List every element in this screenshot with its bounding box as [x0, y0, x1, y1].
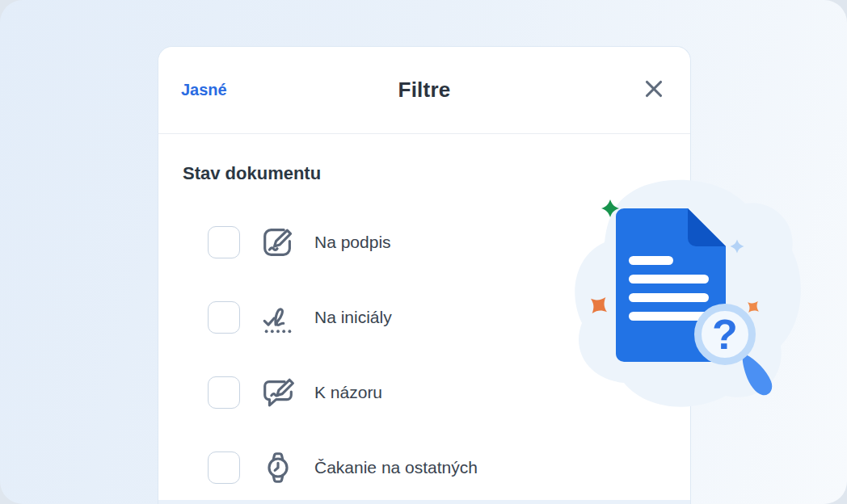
close-x-icon	[643, 78, 664, 102]
filter-row-na-inicialy[interactable]: Na iniciály	[183, 301, 666, 334]
filter-panel-header: Jasné Filtre	[158, 47, 690, 134]
filter-label: Čakanie na ostatných	[314, 458, 478, 477]
filter-rows: Na podpis	[183, 226, 666, 484]
initials-signature-icon	[259, 299, 297, 336]
filter-screen: Jasné Filtre Stav dokumentu	[0, 0, 847, 504]
comment-pen-icon	[259, 374, 297, 411]
section-title: Stav dokumentu	[183, 163, 666, 184]
svg-text:?: ?	[712, 311, 738, 358]
magnifier-handle	[743, 354, 773, 395]
sparkle-blue-icon	[731, 240, 744, 254]
filter-panel: Jasné Filtre Stav dokumentu	[158, 46, 691, 504]
next-section-divider	[158, 500, 690, 504]
close-button[interactable]	[640, 77, 668, 104]
filter-row-k-nazoru[interactable]: K názoru	[183, 376, 666, 409]
filter-label: Na podpis	[314, 233, 391, 252]
sign-document-icon	[259, 224, 297, 261]
panel-title: Filtre	[158, 78, 690, 103]
checkbox-k-nazoru[interactable]	[208, 376, 240, 409]
checkbox-cakanie[interactable]	[208, 452, 240, 484]
filter-row-na-podpis[interactable]: Na podpis	[183, 226, 666, 258]
filter-label: Na iniciály	[314, 308, 392, 327]
checkbox-na-podpis[interactable]	[208, 226, 240, 258]
filter-label: K názoru	[314, 383, 382, 402]
magnifier-question-icon: ?	[698, 308, 752, 362]
filter-row-cakanie[interactable]: Čakanie na ostatných	[183, 452, 666, 484]
watch-icon	[259, 449, 297, 486]
document-status-section: Stav dokumentu Na podpis	[158, 134, 690, 484]
sparkle-orange-right-icon	[743, 296, 763, 317]
checkbox-na-inicialy[interactable]	[208, 301, 240, 334]
clear-filters-button[interactable]: Jasné	[181, 81, 227, 99]
